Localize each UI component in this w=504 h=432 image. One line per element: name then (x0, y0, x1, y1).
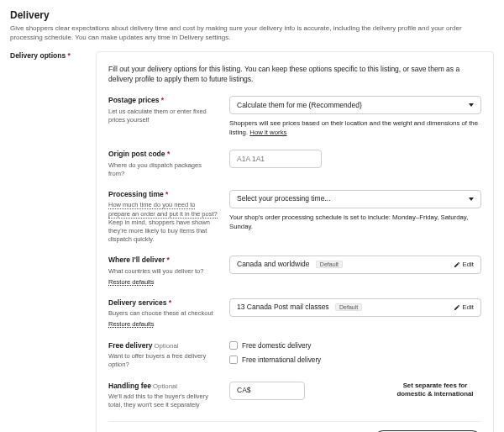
edit-delivery-services[interactable]: Edit (454, 303, 474, 313)
page-subtitle: Give shoppers clear expectations about d… (10, 24, 480, 43)
restore-defaults-deliver[interactable]: Restore defaults (108, 278, 155, 287)
free-international-label: Free international delivery (242, 356, 321, 365)
processing-time-select[interactable]: Select your processing time... (229, 190, 481, 208)
pencil-icon (454, 304, 460, 311)
free-delivery-sub: Want to offer buyers a free delivery opt… (108, 352, 218, 369)
delivery-services-sub: Buyers can choose these at checkout (108, 309, 218, 318)
checkbox-icon (229, 356, 238, 364)
default-badge: Default (335, 303, 362, 311)
chevron-down-icon (469, 103, 474, 107)
pencil-icon (454, 261, 460, 268)
processing-hint: Your shop's order processing schedule is… (229, 213, 481, 232)
where-deliver-title: Where I'll deliver * (108, 256, 218, 265)
where-deliver-sub: What countries will you deliver to? (108, 267, 218, 276)
page-title: Delivery (10, 8, 494, 22)
checkbox-icon (229, 341, 238, 350)
handling-fee-sub: We'll add this to the buyer's delivery t… (108, 392, 218, 409)
postage-hint: Shoppers will see prices based on their … (229, 119, 481, 138)
origin-postcode-input[interactable] (229, 150, 322, 168)
handling-fee-input[interactable]: CA$ (229, 382, 305, 400)
delivery-panel: Fill out your delivery options for this … (96, 51, 494, 432)
origin-postcode-title: Origin post code * (108, 150, 218, 159)
default-badge: Default (316, 261, 343, 268)
processing-time-sub: How much time do you need to prepare an … (108, 201, 218, 244)
postage-prices-title: Postage prices * (108, 96, 218, 105)
delivery-services-value: 13 Canada Post mail classes (237, 303, 329, 311)
chevron-down-icon (469, 198, 474, 201)
free-domestic-label: Free domestic delivery (242, 341, 311, 350)
free-delivery-title: Free deliveryOptional (108, 341, 218, 351)
panel-intro: Fill out your delivery options for this … (108, 64, 461, 85)
delivery-services-box: 13 Canada Post mail classes Default Edit (229, 298, 481, 317)
postage-prices-sub: Let us calculate them or enter fixed pri… (108, 108, 218, 124)
delivery-services-title: Delivery services * (108, 298, 218, 308)
where-deliver-box: Canada and worldwide Default Edit (229, 256, 481, 274)
origin-postcode-sub: Where do you dispatch packages from? (108, 161, 218, 178)
free-international-row[interactable]: Free international delivery (229, 356, 481, 365)
processing-time-title: Processing time * (108, 190, 218, 199)
how-it-works-link[interactable]: How it works (249, 129, 286, 136)
where-deliver-value: Canada and worldwide (237, 260, 309, 268)
restore-defaults-services[interactable]: Restore defaults (108, 320, 155, 329)
set-separate-fees-link[interactable]: Set separate fees for domestic & interna… (389, 382, 481, 399)
edit-where-deliver[interactable]: Edit (454, 261, 474, 270)
free-domestic-row[interactable]: Free domestic delivery (229, 341, 481, 350)
postage-prices-select[interactable]: Calculate them for me (Recommended) (229, 96, 481, 114)
delivery-options-label: Delivery options * (10, 51, 86, 61)
handling-fee-title: Handling feeOptional (108, 382, 218, 392)
